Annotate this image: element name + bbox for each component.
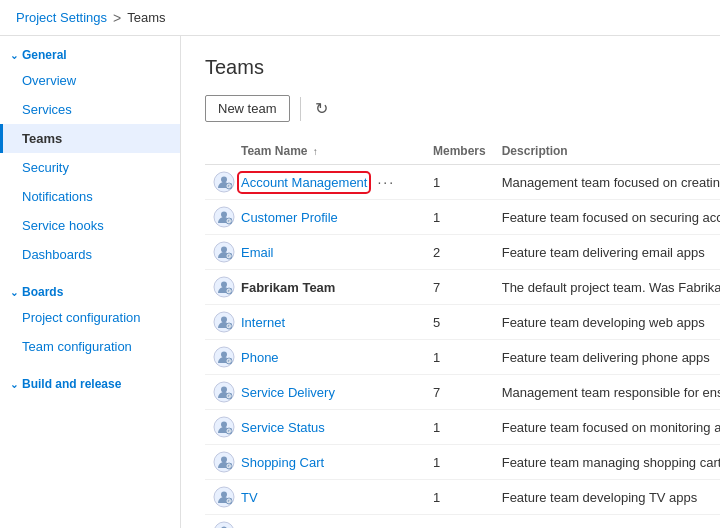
svg-point-1	[221, 177, 227, 183]
team-name-link[interactable]: Voice	[241, 525, 273, 529]
team-members-count: 2	[425, 235, 494, 270]
sidebar-section-general[interactable]: ⌄ General	[0, 40, 180, 66]
team-icon	[213, 381, 235, 403]
svg-point-19	[221, 387, 227, 393]
team-name-link[interactable]: Customer Profile	[241, 210, 338, 225]
breadcrumb-separator: >	[113, 10, 121, 26]
svg-point-4	[221, 212, 227, 218]
team-icon	[213, 521, 235, 528]
new-team-button[interactable]: New team	[205, 95, 290, 122]
table-row: Account Management···1Management team fo…	[205, 165, 720, 200]
breadcrumb-project[interactable]: Project Settings	[16, 10, 107, 25]
sidebar-item-project-config[interactable]: Project configuration	[0, 303, 180, 332]
sidebar-divider	[0, 269, 180, 277]
sidebar-section-build-release[interactable]: ⌄ Build and release	[0, 369, 180, 395]
sidebar-item-security[interactable]: Security	[0, 153, 180, 182]
table-row: TV1Feature team developing TV apps	[205, 480, 720, 515]
sidebar-item-notifications[interactable]: Notifications	[0, 182, 180, 211]
team-description: Feature team developing TV apps	[494, 480, 720, 515]
team-members-count: 1	[425, 410, 494, 445]
team-description: The default project team. Was Fabrikam F…	[494, 270, 720, 305]
team-name-cell: Voice	[213, 521, 417, 528]
sidebar-item-team-config[interactable]: Team configuration	[0, 332, 180, 361]
team-description: Management team responsible for ensure	[494, 375, 720, 410]
team-members-count: 1	[425, 340, 494, 375]
main-content: Teams New team ↻ Team Name ↑ Members Des…	[181, 36, 720, 528]
team-description: Feature team delivering phone apps	[494, 340, 720, 375]
team-name-link[interactable]: Email	[241, 245, 274, 260]
top-bar: Project Settings > Teams	[0, 0, 720, 36]
sidebar-item-teams[interactable]: Teams	[0, 124, 180, 153]
team-name-cell: Internet	[213, 311, 417, 333]
svg-point-7	[221, 247, 227, 253]
team-icon	[213, 206, 235, 228]
sort-asc-icon: ↑	[313, 146, 318, 157]
team-description: Feature team focused on monitoring and	[494, 410, 720, 445]
sidebar-item-overview[interactable]: Overview	[0, 66, 180, 95]
team-name-link[interactable]: TV	[241, 490, 258, 505]
chevron-down-icon-boards: ⌄	[10, 287, 18, 298]
team-name-cell: Service Delivery	[213, 381, 417, 403]
svg-point-10	[221, 282, 227, 288]
col-header-name: Team Name ↑	[205, 138, 425, 165]
svg-point-22	[221, 422, 227, 428]
team-members-count: 1	[425, 165, 494, 200]
team-name-link[interactable]: Service Delivery	[241, 385, 335, 400]
team-members-count: 1	[425, 480, 494, 515]
sidebar-section-general-label: General	[22, 48, 67, 62]
team-name-link[interactable]: Account Management	[241, 175, 367, 190]
col-header-description: Description	[494, 138, 720, 165]
team-description: Management team focused on creating ar	[494, 165, 720, 200]
table-row: Phone1Feature team delivering phone apps	[205, 340, 720, 375]
toolbar-divider	[300, 97, 301, 121]
toolbar: New team ↻	[205, 95, 696, 122]
table-row: Email2Feature team delivering email apps	[205, 235, 720, 270]
chevron-down-icon: ⌄	[10, 50, 18, 61]
team-members-count: 1	[425, 515, 494, 529]
team-icon	[213, 241, 235, 263]
sidebar-item-service-hooks[interactable]: Service hooks	[0, 211, 180, 240]
team-name-link[interactable]: Service Status	[241, 420, 325, 435]
table-row: Service Delivery7Management team respons…	[205, 375, 720, 410]
sidebar: ⌄ General Overview Services Teams Securi…	[0, 36, 181, 528]
row-context-menu-button[interactable]: ···	[373, 174, 399, 190]
sidebar-section-build-label: Build and release	[22, 377, 121, 391]
table-row: Fabrikam Team7The default project team. …	[205, 270, 720, 305]
team-icon	[213, 311, 235, 333]
refresh-icon: ↻	[315, 100, 328, 117]
sidebar-item-services[interactable]: Services	[0, 95, 180, 124]
col-header-members: Members	[425, 138, 494, 165]
team-description: Feature team focused on voice communic	[494, 515, 720, 529]
team-name-cell: Account Management···	[213, 171, 417, 193]
table-row: Service Status1Feature team focused on m…	[205, 410, 720, 445]
team-icon	[213, 171, 235, 193]
team-icon	[213, 416, 235, 438]
teams-table: Team Name ↑ Members Description Account …	[205, 138, 720, 528]
team-members-count: 1	[425, 445, 494, 480]
breadcrumb-current: Teams	[127, 10, 165, 25]
page-title: Teams	[205, 56, 696, 79]
team-name-link[interactable]: Shopping Cart	[241, 455, 324, 470]
svg-point-13	[221, 317, 227, 323]
sidebar-section-boards[interactable]: ⌄ Boards	[0, 277, 180, 303]
refresh-button[interactable]: ↻	[311, 95, 332, 122]
table-row: Internet5Feature team developing web app…	[205, 305, 720, 340]
team-name-link[interactable]: Internet	[241, 315, 285, 330]
team-icon	[213, 346, 235, 368]
team-icon	[213, 486, 235, 508]
team-members-count: 1	[425, 200, 494, 235]
team-members-count: 7	[425, 375, 494, 410]
svg-point-25	[221, 457, 227, 463]
team-members-count: 7	[425, 270, 494, 305]
table-row: Customer Profile1Feature team focused on…	[205, 200, 720, 235]
team-name-cell: Customer Profile	[213, 206, 417, 228]
team-name-cell: Email	[213, 241, 417, 263]
layout: ⌄ General Overview Services Teams Securi…	[0, 36, 720, 528]
team-name-cell: TV	[213, 486, 417, 508]
team-icon	[213, 451, 235, 473]
table-header: Team Name ↑ Members Description	[205, 138, 720, 165]
team-name-cell: Shopping Cart	[213, 451, 417, 473]
team-icon	[213, 276, 235, 298]
sidebar-item-dashboards[interactable]: Dashboards	[0, 240, 180, 269]
team-name-link[interactable]: Phone	[241, 350, 279, 365]
